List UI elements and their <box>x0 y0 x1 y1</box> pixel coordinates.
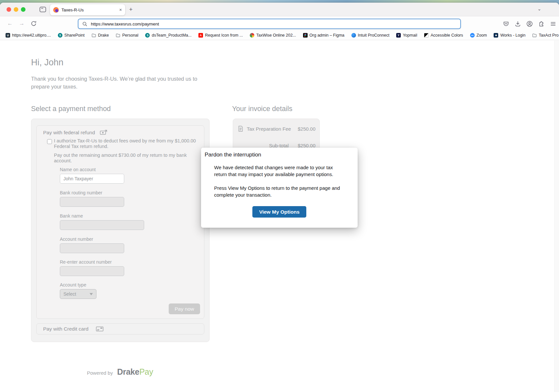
url-text: https://www.taxesrus.com/payment <box>91 22 159 26</box>
download-icon[interactable] <box>515 21 521 27</box>
bookmark-folder-taxact[interactable]: TaxAct Pro <box>532 33 558 38</box>
extensions-puzzle-icon[interactable] <box>538 21 545 27</box>
folder-icon <box>532 33 537 38</box>
navigation-bar: ← → https://www.taxesrus.com/payment <box>0 17 559 31</box>
window-minimize-button[interactable] <box>14 7 18 12</box>
bookmark-yopmail[interactable]: Y Yopmail <box>396 33 417 38</box>
adobe-icon: A <box>198 33 203 38</box>
modal-title: Pardon the interruption <box>205 152 261 158</box>
folder-icon <box>116 33 120 38</box>
forward-button[interactable]: → <box>19 20 25 27</box>
tab-title: Taxes-R-Us <box>61 8 117 12</box>
window-close-button[interactable] <box>7 7 11 12</box>
bookmarks-bar: U https://ew42.ultipro.... S SharePoint … <box>0 31 559 40</box>
ultipro-icon: U <box>6 33 10 38</box>
url-bar[interactable]: https://www.taxesrus.com/payment <box>78 19 461 29</box>
bookmark-zoom[interactable]: zm Zoom <box>470 33 487 38</box>
bookmark-accessible-colors[interactable]: Accessible Colors <box>424 33 463 38</box>
zoom-icon: zm <box>470 33 475 38</box>
new-tab-button[interactable]: + <box>129 7 133 12</box>
modal-body-2: Press View My Options to return to the p… <box>214 185 344 198</box>
account-icon[interactable] <box>526 21 533 27</box>
bookmark-taxwise[interactable]: TaxWise Online 202... <box>250 33 296 38</box>
accessible-colors-icon <box>424 33 429 38</box>
yopmail-icon: Y <box>396 33 401 38</box>
bookmark-sharepoint[interactable]: S SharePoint <box>58 33 85 38</box>
list-tabs-chevron-icon[interactable]: ⌄ <box>537 7 541 11</box>
bookmark-dsteam[interactable]: S dsTeam_ProductMa... <box>145 33 192 38</box>
figma-icon <box>303 33 308 38</box>
reload-button[interactable] <box>31 21 37 26</box>
menu-hamburger-icon[interactable] <box>550 21 556 27</box>
interruption-modal: Pardon the interruption We have detected… <box>201 148 358 228</box>
sharepoint-icon: S <box>145 33 150 38</box>
sharepoint-icon: S <box>58 33 62 38</box>
back-button[interactable]: ← <box>7 20 13 27</box>
pocket-icon[interactable] <box>503 21 509 27</box>
bookmark-figma[interactable]: Org admin – Figma <box>303 33 345 38</box>
folder-icon <box>92 33 96 38</box>
modal-body-1: We have detected that changes were made … <box>214 164 344 178</box>
browser-tab[interactable]: Taxes-R-Us × <box>50 4 125 15</box>
bookmark-proconnect[interactable]: Intuit ProConnect <box>351 33 390 38</box>
bookmark-works-login[interactable]: ◆ Works - Login <box>494 33 525 38</box>
taxwise-icon <box>250 33 254 38</box>
bookmark-ultipro[interactable]: U https://ew42.ultipro.... <box>6 33 51 38</box>
bookmark-folder-personal[interactable]: Personal <box>116 33 138 38</box>
tab-bar: Taxes-R-Us × + ⌄ <box>0 3 559 16</box>
browser-window: Taxes-R-Us × + ⌄ ← → https://www.taxesru… <box>0 3 559 392</box>
view-my-options-button[interactable]: View My Options <box>252 206 306 218</box>
firefox-icon <box>53 7 59 13</box>
firefox-view-icon[interactable] <box>39 6 46 13</box>
proconnect-icon <box>351 33 356 38</box>
bookmark-folder-drake[interactable]: Drake <box>92 33 109 38</box>
tab-close-icon[interactable]: × <box>119 7 122 12</box>
works-icon: ◆ <box>494 33 498 38</box>
search-icon <box>82 22 87 26</box>
bookmark-adobe[interactable]: A Request Icon from ... <box>198 33 243 38</box>
window-zoom-button[interactable] <box>21 7 25 12</box>
